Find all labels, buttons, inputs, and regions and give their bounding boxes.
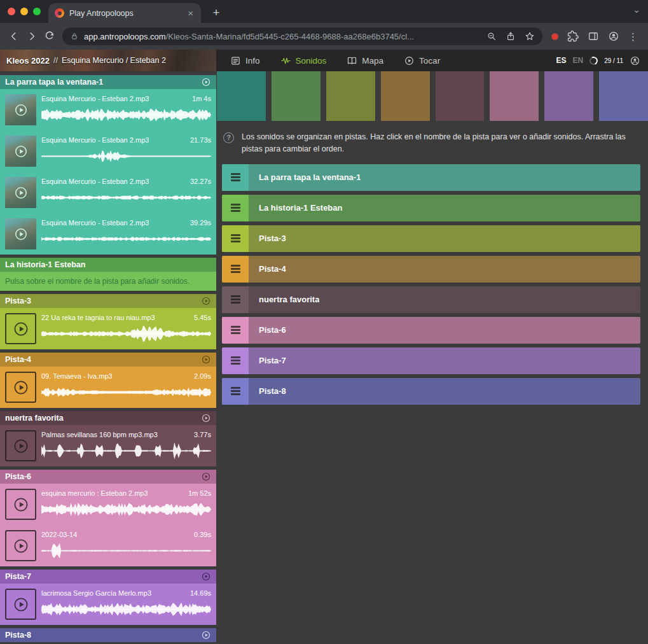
track-play-icon[interactable] [201,630,211,640]
track-play-icon[interactable] [201,571,211,582]
track-header[interactable]: Pista-7 [0,570,216,584]
back-button[interactable] [5,27,23,45]
clip-duration: 5.45s [194,314,211,321]
track-row-label: Pista-8 [259,386,286,396]
audio-clip[interactable]: Esquina Mercurio - Esteban 2.mp31m 4s [0,89,216,130]
address-bar[interactable]: app.antropoloops.com /Kleos-Santa-Marina… [62,27,542,45]
track-header[interactable]: Pista-6 [0,470,216,484]
track-row[interactable]: Pista-8 [222,378,640,405]
track-row[interactable]: Pista-6 [222,317,640,344]
tab-search-chevron-icon[interactable]: ⌄ [633,4,640,15]
tab-tocar[interactable]: Tocar [404,55,440,66]
minimize-window-button[interactable] [20,8,28,15]
waveform[interactable] [41,540,211,561]
track-row[interactable]: La parra tapa la ventana-1 [222,164,640,191]
tab-mapa[interactable]: Mapa [347,55,383,66]
track-row[interactable]: La historia-1 Esteban [222,195,640,221]
clip-play-button[interactable] [5,589,36,620]
profile-avatar-icon[interactable] [608,31,619,42]
drag-handle-icon[interactable] [222,164,249,191]
track-play-icon[interactable] [201,354,211,365]
waveform[interactable] [41,382,211,403]
browser-menu-icon[interactable]: ⋮ [628,32,638,41]
track-row[interactable]: nuertra favorita [222,286,640,313]
clip-thumbnail[interactable] [5,94,36,125]
lang-es-button[interactable]: ES [556,56,566,65]
header-right: ES EN 29 / 11 [556,50,648,71]
lang-en-button[interactable]: EN [572,56,583,65]
track-play-icon[interactable] [201,413,211,423]
clip-thumbnail[interactable] [5,136,36,167]
new-tab-button[interactable]: + [209,5,224,20]
track-row[interactable]: Pista-3 [222,225,640,252]
clip-play-button[interactable] [5,430,36,461]
track-row[interactable]: Pista-4 [222,256,640,283]
browser-tab[interactable]: Play Antropoloops × [48,3,201,23]
waveform[interactable] [41,228,211,249]
drag-handle-icon[interactable] [222,225,249,252]
track-color-swatch [217,71,266,121]
close-window-button[interactable] [8,8,15,15]
drag-handle-icon[interactable] [222,256,249,283]
record-extension-icon[interactable] [551,33,558,40]
waveform[interactable] [41,323,211,344]
bookmark-star-icon[interactable] [525,31,535,41]
waveform[interactable] [41,599,211,620]
play-icon [12,596,30,613]
tab-tocar-label: Tocar [419,56,440,66]
sonidos-panel: ? Los sonidos se organizan en pistas. Ha… [216,71,648,644]
tab-info[interactable]: Info [230,55,260,66]
track-row[interactable]: Pista-7 [222,347,640,374]
track-header[interactable]: La parra tapa la ventana-1 [0,75,216,89]
drag-handle-icon[interactable] [222,195,249,221]
empty-track-note: Pulsa sobre el nombre de la pista para a… [0,272,216,291]
help-icon[interactable]: ? [223,132,234,143]
waveform[interactable] [41,104,211,125]
track-play-icon[interactable] [201,77,211,87]
track-play-icon[interactable] [201,296,211,306]
reload-button[interactable] [41,27,59,45]
track-header[interactable]: Pista-4 [0,353,216,367]
omnibox-actions [486,31,535,41]
audio-clip[interactable]: lacrimosa Sergio García Merlo.mp314.69s [0,584,216,625]
clip-thumbnail[interactable] [5,177,36,208]
clip-play-button[interactable] [5,530,36,561]
project-title-area[interactable]: Kleos 2022 // Esquina Mercurio / Esteban… [0,50,216,71]
zoom-icon[interactable] [486,31,497,41]
track-header[interactable]: Pista-3 [0,294,216,308]
audio-clip[interactable]: esquina mercurio : Esteban 2.mp31m 52s [0,484,216,525]
audio-clip[interactable]: 09. Temaeva - Iva.mp32.09s [0,367,216,408]
audio-clip[interactable]: Palmas sevillanas 160 bpm mp3.mp33.77s [0,425,216,466]
waveform[interactable] [41,499,211,520]
waveform[interactable] [41,187,211,208]
drag-handle-icon[interactable] [222,378,249,405]
drag-handle-icon[interactable] [222,317,249,344]
clip-play-button[interactable] [5,372,36,403]
track-header[interactable]: La historia-1 Esteban [0,258,216,272]
forward-button[interactable] [23,27,41,45]
track-header[interactable]: nuertra favorita [0,411,216,425]
fullscreen-window-button[interactable] [33,8,41,15]
audio-clip[interactable]: Esquina Mercurio - Esteban 2.mp332.27s [0,172,216,213]
account-icon[interactable] [630,55,640,66]
audio-clip[interactable]: 2022-03-140.39s [0,525,216,566]
audio-clip[interactable]: 22 Ua reka te tagnia to rau niau.mp35.45… [0,308,216,349]
extensions-puzzle-icon[interactable] [567,31,579,42]
clip-play-button[interactable] [5,313,36,344]
track-header[interactable]: Pista-8 [0,628,216,642]
clip-play-button[interactable] [5,489,36,520]
drag-handle-icon[interactable] [222,286,249,313]
waveform[interactable] [41,440,211,461]
drag-handle-icon[interactable] [222,347,249,374]
track-color-strip [217,71,648,121]
side-panel-icon[interactable] [588,31,599,42]
track-play-icon[interactable] [201,472,211,482]
waveform[interactable] [41,146,211,167]
share-icon[interactable] [506,31,516,41]
tab-close-icon[interactable]: × [186,7,195,19]
clip-thumbnail[interactable] [5,218,36,249]
clip-list: Palmas sevillanas 160 bpm mp3.mp33.77s [0,425,216,466]
audio-clip[interactable]: Esquina Mercurio - Esteban 2.mp339.29s [0,213,216,255]
audio-clip[interactable]: Esquina Mercurio - Esteban 2.mp321.73s [0,130,216,172]
tab-sonidos[interactable]: Sonidos [280,55,327,66]
